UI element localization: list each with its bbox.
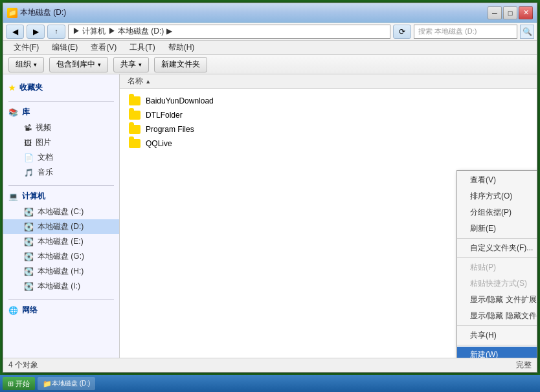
ctx-toggle-hidden-label: 显示/隐藏 隐藏文件 [470,310,537,321]
window-title: 本地磁盘 (D:) [20,7,66,18]
main-content: ★ 收藏夹 📚 库 📽 视频 🖼 图片 [3,74,537,358]
file-item-dtl[interactable]: DTLFolder [125,108,532,122]
ctx-toggle-hidden[interactable]: 显示/隐藏 隐藏文件 [457,308,537,324]
ctx-new-label: 新建(W) [470,349,498,358]
status-bar: 4 个对象 完整 [3,358,537,372]
ctx-group[interactable]: 分组依据(P) ▶ [457,204,537,221]
organize-button[interactable]: 组织 ▾ [8,57,44,72]
file-list: 名称 ▲ BaiduYunDownload DTLFolder Program … [120,74,537,358]
drive-d-label: 本地磁盘 (D:) [38,221,84,232]
title-controls: ─ □ ✕ [488,6,533,19]
sidebar-libraries-section: 📚 库 📽 视频 🖼 图片 📄 文档 🎵 音乐 [3,104,119,180]
sidebar-drive-e[interactable]: 💽 本地磁盘 (E:) [3,234,119,249]
sidebar-favorites-header[interactable]: ★ 收藏夹 [3,80,119,96]
taskbar-explorer-label: 本地磁盘 (D:) [52,379,90,388]
menu-view[interactable]: 查看(V) [85,41,122,54]
drive-c-icon: 💽 [24,208,34,217]
file-list-header: 名称 ▲ [120,74,537,89]
sidebar-item-music[interactable]: 🎵 音乐 [3,165,119,180]
organize-arrow: ▾ [34,61,37,68]
sidebar-libraries-header[interactable]: 📚 库 [3,104,119,120]
libraries-label: 库 [22,107,30,118]
sidebar-drive-h[interactable]: 💽 本地磁盘 (H:) [3,264,119,279]
sidebar-computer-header[interactable]: 💻 计算机 [3,188,119,204]
pictures-icon: 🖼 [24,138,32,147]
up-button[interactable]: ↑ [47,25,65,39]
drive-g-icon: 💽 [24,252,34,261]
sidebar-item-documents[interactable]: 📄 文档 [3,150,119,165]
add-to-library-label: 包含到库中 [56,59,95,70]
menu-help[interactable]: 帮助(H) [163,41,200,54]
ctx-paste-label: 粘贴(P) [470,262,496,273]
dtl-folder-icon [129,111,141,120]
forward-button[interactable]: ▶ [27,25,45,39]
address-bar: ◀ ▶ ↑ ▶ 计算机 ▶ 本地磁盘 (D:) ▶ ⟳ 搜索 本地磁盘 (D:)… [3,23,537,41]
title-bar-left: 📁 本地磁盘 (D:) [7,7,488,18]
ctx-share-label: 共享(H) [470,330,497,341]
menu-edit[interactable]: 编辑(E) [47,41,83,54]
ctx-sort[interactable]: 排序方式(O) ▶ [457,188,537,204]
sidebar-item-pictures[interactable]: 🖼 图片 [3,135,119,150]
ctx-toggle-ext-label: 显示/隐藏 文件扩展名 [470,294,537,305]
drive-i-icon: 💽 [24,282,34,291]
ctx-sort-label: 排序方式(O) [470,191,512,202]
video-icon: 📽 [24,124,32,133]
programfiles-folder-icon [129,125,141,134]
sidebar-drive-c[interactable]: 💽 本地磁盘 (C:) [3,204,119,219]
ctx-view[interactable]: 查看(V) ▶ [457,172,537,188]
sidebar-favorites-section: ★ 收藏夹 [3,80,119,96]
ctx-refresh-label: 刷新(E) [470,223,496,234]
sidebar-divider-2 [8,185,114,186]
ctx-sep-4 [457,345,537,345]
refresh-button[interactable]: ⟳ [393,25,411,39]
ctx-customize-label: 自定义文件夹(F)... [470,243,533,254]
documents-icon: 📄 [24,153,34,162]
new-folder-label: 新建文件夹 [161,59,200,70]
taskbar-explorer-icon: 📁 [43,380,52,388]
share-arrow: ▾ [139,61,142,68]
share-button[interactable]: 共享 ▾ [113,57,149,72]
programfiles-folder-name: Program Files [146,125,194,134]
ctx-new[interactable]: 新建(W) ▶ 📁 文件夹(F) 🔗 快捷方式(S) [457,347,537,358]
search-box[interactable]: 搜索 本地磁盘 (D:) [414,25,517,39]
ctx-toggle-ext[interactable]: 显示/隐藏 文件扩展名 [457,292,537,308]
sidebar-drive-i[interactable]: 💽 本地磁盘 (I:) [3,279,119,294]
minimize-button[interactable]: ─ [488,6,502,19]
menu-file[interactable]: 文件(F) [8,41,44,54]
sidebar-item-video[interactable]: 📽 视频 [3,120,119,135]
address-input[interactable]: ▶ 计算机 ▶ 本地磁盘 (D:) ▶ [68,25,390,39]
ctx-view-label: 查看(V) [470,175,496,186]
name-column-header[interactable]: 名称 ▲ [125,76,153,87]
file-item-baidu[interactable]: BaiduYunDownload [125,94,532,108]
start-button[interactable]: ⊞ 开始 [3,377,35,390]
file-item-programfiles[interactable]: Program Files [125,122,532,136]
add-to-library-button[interactable]: 包含到库中 ▾ [49,57,108,72]
ctx-sep-1 [457,238,537,239]
ctx-refresh[interactable]: 刷新(E) [457,221,537,237]
sidebar-drive-d[interactable]: 💽 本地磁盘 (D:) [3,219,119,234]
search-button[interactable]: 🔍 [520,25,534,39]
start-label: 开始 [16,379,30,389]
ctx-sep-3 [457,325,537,326]
computer-label: 计算机 [22,191,45,202]
title-bar: 📁 本地磁盘 (D:) ─ □ ✕ [3,3,537,23]
menu-tools[interactable]: 工具(T) [124,41,160,54]
address-path: ▶ 计算机 ▶ 本地磁盘 (D:) ▶ [73,26,172,37]
ctx-share[interactable]: 共享(H) ▶ [457,327,537,343]
sidebar-drive-g[interactable]: 💽 本地磁盘 (G:) [3,249,119,264]
back-button[interactable]: ◀ [6,25,24,39]
maximize-button[interactable]: □ [503,6,517,19]
file-item-qqlive[interactable]: QQLive [125,136,532,151]
network-label: 网络 [22,305,38,316]
menu-bar: 文件(F) 编辑(E) 查看(V) 工具(T) 帮助(H) [3,41,537,55]
baidu-folder-icon [129,96,141,105]
taskbar: ⊞ 开始 📁 本地磁盘 (D:) [0,375,540,392]
sidebar-network-header[interactable]: 🌐 网络 [3,302,119,318]
close-button[interactable]: ✕ [519,6,533,19]
ctx-customize[interactable]: 自定义文件夹(F)... [457,240,537,256]
drive-i-label: 本地磁盘 (I:) [38,281,80,292]
new-folder-button[interactable]: 新建文件夹 [154,57,207,72]
taskbar-explorer-item[interactable]: 📁 本地磁盘 (D:) [38,377,95,390]
search-placeholder: 搜索 本地磁盘 (D:) [418,27,477,36]
sidebar-computer-section: 💻 计算机 💽 本地磁盘 (C:) 💽 本地磁盘 (D:) 💽 本地磁盘 (E:… [3,188,119,294]
